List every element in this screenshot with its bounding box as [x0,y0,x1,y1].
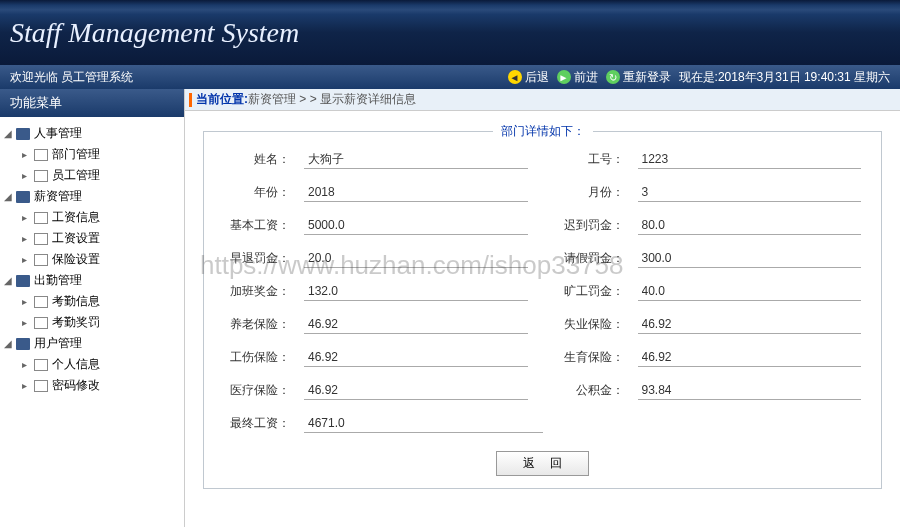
tree-group-label: 出勤管理 [34,272,82,289]
sidebar-title: 功能菜单 [0,89,184,117]
app-title: Staff Management System [10,17,299,49]
absent-label: 旷工罚金： [558,283,638,300]
tree-item-label: 工资信息 [52,209,100,226]
final-label: 最终工资： [224,415,304,432]
late-label: 迟到罚金： [558,217,638,234]
sidebar: 功能菜单 ◢人事管理▸部门管理▸员工管理◢薪资管理▸工资信息▸工资设置▸保险设置… [0,89,185,527]
breadcrumb-label: 当前位置: [196,91,248,108]
empno-label: 工号： [558,151,638,168]
tree-toggle-icon: ◢ [4,338,14,349]
arrow-left-icon: ◄ [508,70,522,84]
tree-group-label: 薪资管理 [34,188,82,205]
birth-field[interactable] [638,348,862,367]
forward-button[interactable]: ► 前进 [557,69,598,86]
topbar: 欢迎光临 员工管理系统 ◄ 后退 ► 前进 ↻ 重新登录 现在是:2018年3月… [0,65,900,89]
tree-group[interactable]: ◢薪资管理 [4,186,180,207]
tree-bullet-icon: ▸ [22,170,32,181]
breadcrumb-bar-icon [189,93,192,107]
tree-item-label: 员工管理 [52,167,100,184]
file-icon [34,380,48,392]
tree-group-label: 人事管理 [34,125,82,142]
file-icon [34,317,48,329]
tree-group[interactable]: ◢人事管理 [4,123,180,144]
tree-item-label: 保险设置 [52,251,100,268]
year-field[interactable] [304,183,528,202]
month-label: 月份： [558,184,638,201]
tree-item-label: 部门管理 [52,146,100,163]
tree-item[interactable]: ▸工资信息 [22,207,180,228]
folder-icon [16,128,30,140]
month-field[interactable] [638,183,862,202]
unemp-label: 失业保险： [558,316,638,333]
tree-bullet-icon: ▸ [22,296,32,307]
tree-group[interactable]: ◢用户管理 [4,333,180,354]
tree-item[interactable]: ▸保险设置 [22,249,180,270]
leave-field[interactable] [638,249,862,268]
tree-item[interactable]: ▸员工管理 [22,165,180,186]
tree-item-label: 个人信息 [52,356,100,373]
file-icon [34,149,48,161]
leave-label: 请假罚金： [558,250,638,267]
relogin-button[interactable]: ↻ 重新登录 [606,69,671,86]
medical-label: 医疗保险： [224,382,304,399]
medical-field[interactable] [304,381,528,400]
tree-item-label: 考勤信息 [52,293,100,310]
folder-icon [16,191,30,203]
tree-item[interactable]: ▸部门管理 [22,144,180,165]
tree-item[interactable]: ▸工资设置 [22,228,180,249]
final-field[interactable] [304,414,543,433]
welcome-text: 欢迎光临 员工管理系统 [10,69,508,86]
name-field[interactable] [304,150,528,169]
fund-field[interactable] [638,381,862,400]
tree-toggle-icon: ◢ [4,275,14,286]
tree-item[interactable]: ▸个人信息 [22,354,180,375]
fieldset-legend: 部门详情如下： [493,123,593,140]
injury-label: 工伤保险： [224,349,304,366]
base-field[interactable] [304,216,528,235]
injury-field[interactable] [304,348,528,367]
tree-bullet-icon: ▸ [22,212,32,223]
late-field[interactable] [638,216,862,235]
file-icon [34,296,48,308]
detail-fieldset: 部门详情如下： 姓名：工号：年份：月份：基本工资：迟到罚金：早退罚金：请假罚金：… [203,131,882,489]
tree-item-label: 工资设置 [52,230,100,247]
tree-item[interactable]: ▸密码修改 [22,375,180,396]
file-icon [34,233,48,245]
file-icon [34,170,48,182]
early-field[interactable] [304,249,528,268]
tree-bullet-icon: ▸ [22,254,32,265]
breadcrumb-path: 薪资管理 > > 显示薪资详细信息 [248,91,416,108]
ot-field[interactable] [304,282,528,301]
tree-group[interactable]: ◢出勤管理 [4,270,180,291]
pension-field[interactable] [304,315,528,334]
back-button[interactable]: ◄ 后退 [508,69,549,86]
nav-tree: ◢人事管理▸部门管理▸员工管理◢薪资管理▸工资信息▸工资设置▸保险设置◢出勤管理… [0,117,184,402]
folder-icon [16,338,30,350]
tree-item-label: 考勤奖罚 [52,314,100,331]
tree-bullet-icon: ▸ [22,149,32,160]
fund-label: 公积金： [558,382,638,399]
pension-label: 养老保险： [224,316,304,333]
unemp-field[interactable] [638,315,862,334]
tree-group-label: 用户管理 [34,335,82,352]
return-button[interactable]: 返 回 [496,451,589,476]
forward-label: 前进 [574,69,598,86]
file-icon [34,359,48,371]
back-label: 后退 [525,69,549,86]
base-label: 基本工资： [224,217,304,234]
tree-item[interactable]: ▸考勤信息 [22,291,180,312]
file-icon [34,254,48,266]
tree-toggle-icon: ◢ [4,191,14,202]
tree-item-label: 密码修改 [52,377,100,394]
absent-field[interactable] [638,282,862,301]
folder-icon [16,275,30,287]
refresh-icon: ↻ [606,70,620,84]
empno-field[interactable] [638,150,862,169]
tree-bullet-icon: ▸ [22,233,32,244]
datetime-text: 现在是:2018年3月31日 19:40:31 星期六 [679,69,890,86]
year-label: 年份： [224,184,304,201]
tree-item[interactable]: ▸考勤奖罚 [22,312,180,333]
name-label: 姓名： [224,151,304,168]
file-icon [34,212,48,224]
tree-bullet-icon: ▸ [22,359,32,370]
